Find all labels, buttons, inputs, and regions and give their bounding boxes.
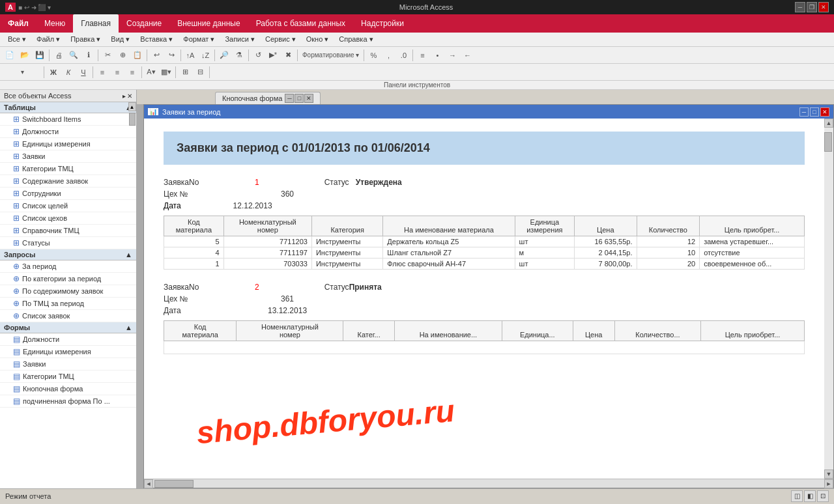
tab-create[interactable]: Создание — [119, 14, 169, 33]
bg-color-btn[interactable]: ▩▾ — [159, 65, 173, 79]
menu-view[interactable]: Вид ▾ — [106, 34, 135, 45]
preview-btn[interactable]: 🔍 — [66, 48, 81, 63]
form-ed-izm[interactable]: ▤ Единицы измерения — [0, 346, 136, 358]
section-forms[interactable]: Формы ▲ — [0, 322, 136, 333]
query-po-soderzhimomu[interactable]: ⊕ По содержимому заявок — [0, 285, 136, 298]
new-record-btn[interactable]: ▶* — [266, 48, 280, 63]
menu-help[interactable]: Справка ▾ — [334, 34, 378, 45]
sort-asc[interactable]: ↑A — [183, 48, 197, 63]
menu-all[interactable]: Все ▾ — [3, 34, 31, 45]
status-btn-2[interactable]: ◧ — [804, 490, 816, 502]
report-close-btn[interactable]: ✕ — [820, 107, 829, 117]
cut-btn[interactable]: ✂ — [100, 48, 115, 63]
filter-btn[interactable]: ⚗ — [232, 48, 246, 63]
dec-btn[interactable]: .0 — [396, 48, 410, 63]
delete-record-btn[interactable]: ✖ — [281, 48, 295, 63]
print-btn[interactable]: 🖨 — [51, 48, 66, 63]
menu-format[interactable]: Формат ▾ — [178, 34, 220, 45]
tab-home[interactable]: Главная — [73, 14, 119, 33]
menu-insert[interactable]: Вставка ▾ — [135, 34, 178, 45]
panel-scroll[interactable]: ▲ Таблицы ▲ ⊞ Switchboard Items ⊞ Должно… — [0, 102, 136, 488]
menu-edit[interactable]: Правка ▾ — [65, 34, 106, 45]
tab-menu[interactable]: Меню — [36, 14, 73, 33]
tab-knorochnaya[interactable]: Кнопочная форма ─ □ ✕ — [215, 92, 321, 104]
table-spravochnik[interactable]: ⊞ Справочник ТМЦ — [0, 225, 136, 237]
panel-close-icon[interactable]: ✕ — [127, 92, 132, 100]
table-spisok-celei[interactable]: ⊞ Список целей — [0, 200, 136, 212]
minimize-button[interactable]: ─ — [795, 2, 805, 12]
query-spisok[interactable]: ⊕ Список заявок — [0, 310, 136, 322]
scroll-thumb[interactable] — [824, 132, 832, 152]
refresh-btn[interactable]: ↺ — [251, 48, 265, 63]
tab-minimize-btn[interactable]: ─ — [285, 94, 294, 103]
table-statusy[interactable]: ⊞ Статусы — [0, 237, 136, 249]
table-sotrudniki[interactable]: ⊞ Сотрудники — [0, 188, 136, 200]
table-ed-izm[interactable]: ⊞ Единицы измерения — [0, 138, 136, 150]
report-restore-btn[interactable]: □ — [810, 107, 819, 117]
indent-btn[interactable]: → — [445, 48, 459, 63]
table-zayavki[interactable]: ⊞ Заявки — [0, 150, 136, 163]
bold-btn[interactable]: Ж — [46, 65, 61, 79]
table-switchboard[interactable]: ⊞ Switchboard Items — [0, 113, 136, 126]
tab-database[interactable]: Работа с базами данных — [248, 14, 353, 33]
report-minimize-btn[interactable]: ─ — [799, 107, 809, 117]
grid-btn[interactable]: ⊞ — [178, 65, 192, 79]
align-right[interactable]: ≡ — [125, 65, 139, 79]
tab-close-btn[interactable]: ✕ — [304, 94, 313, 103]
scroll-left-btn[interactable]: ◄ — [144, 479, 153, 488]
status-btn-3[interactable]: ⊡ — [817, 490, 829, 502]
paste-btn[interactable]: 📋 — [130, 48, 145, 63]
percent-btn[interactable]: % — [366, 48, 381, 63]
menu-file[interactable]: Файл ▾ — [31, 34, 65, 45]
align-center[interactable]: ≡ — [110, 65, 124, 79]
scroll-right-btn[interactable]: ► — [824, 479, 833, 488]
tab-maximize-btn[interactable]: □ — [295, 94, 304, 103]
italic-btn[interactable]: К — [61, 65, 76, 79]
table-spisok-cehov[interactable]: ⊞ Список цехов — [0, 212, 136, 225]
copy-btn[interactable]: ⊕ — [115, 48, 130, 63]
outdent-btn[interactable]: ← — [460, 48, 474, 63]
menu-service[interactable]: Сервис ▾ — [260, 34, 301, 45]
scroll-up-btn[interactable]: ▲ — [824, 119, 833, 128]
grid2-btn[interactable]: ⊟ — [193, 65, 207, 79]
section-queries[interactable]: Запросы ▲ — [0, 249, 136, 260]
form-dolzhnosti[interactable]: ▤ Должности — [0, 333, 136, 346]
query-po-tmc[interactable]: ⊕ По ТМЦ за период — [0, 298, 136, 310]
form-knorochnaya[interactable]: ▤ Кнопочная форма — [0, 383, 136, 395]
bullet-btn[interactable]: • — [430, 48, 444, 63]
menu-window[interactable]: Окно ▾ — [301, 34, 334, 45]
font-size-down[interactable]: ▾ — [3, 65, 42, 79]
form-zayavki[interactable]: ▤ Заявки — [0, 358, 136, 371]
form-podchinen[interactable]: ▤ подчиненная форма По ... — [0, 395, 136, 408]
panel-expand-icon[interactable]: ▸ — [122, 92, 126, 100]
query-za-period[interactable]: ⊕ За период — [0, 260, 136, 273]
table-dolzhnosti[interactable]: ⊞ Должности — [0, 126, 136, 138]
report-content[interactable]: Заявки за период с 01/01/2013 по 01/06/2… — [144, 119, 824, 479]
find-btn[interactable]: 🔎 — [217, 48, 231, 63]
sort-desc[interactable]: ↓Z — [198, 48, 212, 63]
list-btn[interactable]: ≡ — [415, 48, 429, 63]
save-btn[interactable]: 💾 — [33, 48, 47, 63]
tab-file[interactable]: Файл — [0, 14, 36, 33]
new-btn[interactable]: 📄 — [3, 48, 17, 63]
scroll-down-btn[interactable]: ▼ — [824, 469, 833, 479]
align-left[interactable]: ≡ — [95, 65, 109, 79]
menu-records[interactable]: Записи ▾ — [220, 34, 260, 45]
maximize-button[interactable]: ❐ — [807, 2, 817, 12]
tab-addins[interactable]: Надстройки — [353, 14, 412, 33]
section-tables[interactable]: Таблицы ▲ — [0, 102, 136, 113]
tab-external[interactable]: Внешние данные — [169, 14, 248, 33]
close-button[interactable]: ✕ — [818, 2, 829, 12]
redo-btn[interactable]: ↪ — [164, 48, 179, 63]
table-soderzhanie[interactable]: ⊞ Содержание заявок — [0, 175, 136, 188]
underline-btn[interactable]: Ч — [76, 65, 91, 79]
undo-btn[interactable]: ↩ — [149, 48, 164, 63]
form-kategorii[interactable]: ▤ Категории ТМЦ — [0, 371, 136, 383]
table-kategorii[interactable]: ⊞ Категории ТМЦ — [0, 163, 136, 175]
comma-btn[interactable]: , — [381, 48, 395, 63]
open-btn[interactable]: 📂 — [18, 48, 32, 63]
info-btn[interactable]: ℹ — [81, 48, 96, 63]
font-color-btn[interactable]: A▾ — [144, 65, 158, 79]
status-btn-1[interactable]: ◫ — [791, 490, 803, 502]
hscroll-thumb[interactable] — [154, 480, 194, 488]
